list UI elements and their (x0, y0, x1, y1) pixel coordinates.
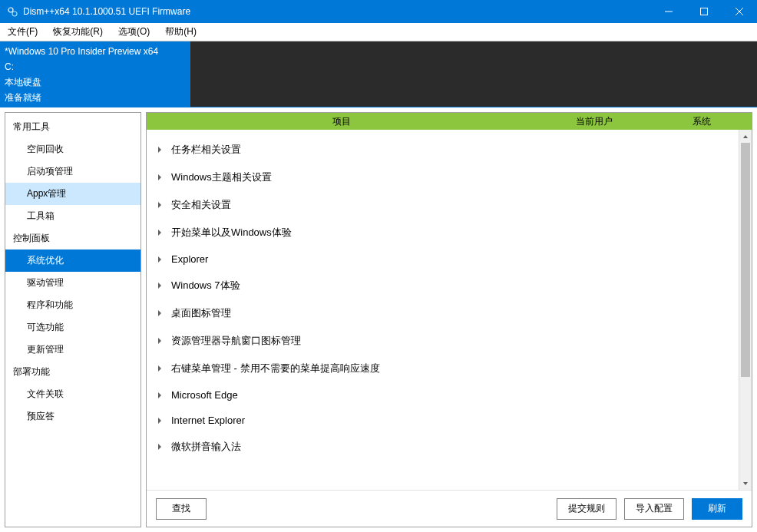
tree-area: 任务栏相关设置Windows主题相关设置安全相关设置开始菜单以及Windows体… (147, 130, 752, 490)
scroll-thumb[interactable] (741, 143, 750, 377)
tree-row[interactable]: 微软拼音输入法 (147, 433, 739, 461)
tree-row[interactable]: Windows主题相关设置 (147, 164, 739, 191)
window-title: Dism++x64 10.1.1000.51 UEFI Firmware (23, 6, 651, 17)
menu-recovery[interactable]: 恢复功能(R) (45, 23, 111, 41)
tree-row[interactable]: 开始菜单以及Windows体验 (147, 219, 739, 246)
menubar: 文件(F) 恢复功能(R) 选项(O) 帮助(H) (0, 23, 757, 41)
main-panel: 项目 当前用户 系统 任务栏相关设置Windows主题相关设置安全相关设置开始菜… (146, 112, 752, 527)
menu-options[interactable]: 选项(O) (111, 23, 157, 41)
tree-row[interactable]: 资源管理器导航窗口图标管理 (147, 327, 739, 355)
svg-rect-3 (701, 8, 708, 15)
tree-row[interactable]: Microsoft Edge (147, 382, 739, 408)
tree-row-label: 桌面图标管理 (171, 306, 231, 320)
sidebar-header-common-tools[interactable]: 常用工具 (5, 116, 140, 138)
expand-caret-icon[interactable] (156, 365, 164, 372)
svg-marker-10 (158, 256, 161, 263)
sidebar-header-control-panel[interactable]: 控制面板 (5, 227, 140, 249)
expand-caret-icon[interactable] (156, 417, 164, 425)
tree-row-label: 开始菜单以及Windows体验 (171, 226, 292, 240)
expand-caret-icon[interactable] (156, 173, 164, 181)
svg-marker-6 (158, 147, 161, 153)
expand-caret-icon[interactable] (156, 256, 164, 263)
refresh-button[interactable]: 刷新 (692, 498, 742, 520)
svg-marker-15 (158, 392, 161, 398)
sidebar-item-programs-features[interactable]: 程序和功能 (5, 294, 140, 316)
expand-caret-icon[interactable] (156, 337, 164, 345)
sidebar-header-deployment[interactable]: 部署功能 (5, 361, 140, 383)
svg-marker-13 (158, 338, 161, 344)
sidebar: 常用工具 空间回收 启动项管理 Appx管理 工具箱 控制面板 系统优化 驱动管… (5, 112, 141, 527)
sidebar-item-toolbox[interactable]: 工具箱 (5, 205, 140, 227)
svg-marker-18 (743, 135, 748, 138)
sidebar-item-startup-mgmt[interactable]: 启动项管理 (5, 160, 140, 183)
tree-row-label: 资源管理器导航窗口图标管理 (171, 334, 301, 348)
bottom-bar: 查找 提交规则 导入配置 刷新 (147, 490, 752, 527)
tree-row[interactable]: Explorer (147, 246, 739, 272)
menu-file[interactable]: 文件(F) (0, 23, 45, 41)
column-system[interactable]: 系统 (652, 115, 752, 128)
svg-point-1 (12, 12, 17, 16)
svg-marker-8 (158, 202, 161, 208)
tree-row-label: Windows 7体验 (171, 279, 240, 292)
tree-row-label: 任务栏相关设置 (171, 143, 241, 157)
expand-caret-icon[interactable] (156, 201, 164, 209)
workspace: 常用工具 空间回收 启动项管理 Appx管理 工具箱 控制面板 系统优化 驱动管… (0, 107, 757, 532)
scroll-up-arrow-icon[interactable] (739, 130, 752, 143)
sidebar-item-optional-features[interactable]: 可选功能 (5, 316, 140, 339)
column-header: 项目 当前用户 系统 (147, 113, 752, 130)
os-name: *Windows 10 Pro Insider Preview x64 (5, 45, 186, 58)
expand-caret-icon[interactable] (156, 146, 164, 154)
sidebar-item-preanswer[interactable]: 预应答 (5, 405, 140, 428)
system-info-panel[interactable]: *Windows 10 Pro Insider Preview x64 C: 本… (0, 41, 190, 107)
status-text: 准备就绪 (5, 91, 186, 104)
tree-row-label: 右键菜单管理 - 禁用不需要的菜单提高响应速度 (171, 362, 380, 375)
svg-point-0 (8, 8, 13, 12)
disk-type: 本地硬盘 (5, 75, 186, 89)
svg-marker-19 (743, 482, 748, 485)
tree-row[interactable]: 任务栏相关设置 (147, 136, 739, 164)
column-item[interactable]: 项目 (147, 115, 537, 128)
info-canvas (190, 41, 757, 107)
scroll-down-arrow-icon[interactable] (739, 477, 752, 490)
column-current-user[interactable]: 当前用户 (537, 115, 652, 128)
expand-caret-icon[interactable] (156, 443, 164, 451)
tree-row-label: 微软拼音输入法 (171, 440, 241, 454)
drive-letter: C: (5, 60, 186, 74)
svg-marker-12 (158, 310, 161, 316)
expand-caret-icon[interactable] (156, 229, 164, 236)
submit-rule-button[interactable]: 提交规则 (557, 498, 617, 520)
svg-marker-9 (158, 230, 161, 236)
tree-row[interactable]: 右键菜单管理 - 禁用不需要的菜单提高响应速度 (147, 355, 739, 382)
svg-marker-16 (158, 418, 161, 424)
svg-marker-11 (158, 283, 161, 289)
info-strip: *Windows 10 Pro Insider Preview x64 C: 本… (0, 41, 757, 107)
tree-row-label: Windows主题相关设置 (171, 170, 272, 184)
find-button[interactable]: 查找 (156, 498, 207, 520)
maximize-button[interactable] (686, 0, 722, 23)
svg-marker-7 (158, 174, 161, 180)
vertical-scrollbar[interactable] (739, 130, 752, 490)
expand-caret-icon[interactable] (156, 309, 164, 317)
tree-row-label: 安全相关设置 (171, 198, 231, 212)
close-button[interactable] (722, 0, 757, 23)
import-config-button[interactable]: 导入配置 (624, 498, 684, 520)
tree-row[interactable]: 安全相关设置 (147, 191, 739, 219)
sidebar-item-update-mgmt[interactable]: 更新管理 (5, 339, 140, 361)
tree-row-label: Microsoft Edge (171, 389, 238, 401)
tree-row[interactable]: Windows 7体验 (147, 272, 739, 299)
sidebar-item-file-assoc[interactable]: 文件关联 (5, 383, 140, 405)
scroll-track[interactable] (739, 143, 752, 477)
svg-marker-17 (158, 444, 161, 450)
expand-caret-icon[interactable] (156, 282, 164, 289)
expand-caret-icon[interactable] (156, 392, 164, 399)
menu-help[interactable]: 帮助(H) (157, 23, 204, 41)
minimize-button[interactable] (651, 0, 686, 23)
sidebar-item-space-recovery[interactable]: 空间回收 (5, 138, 140, 160)
sidebar-item-driver-mgmt[interactable]: 驱动管理 (5, 272, 140, 294)
tree-row-label: Internet Explorer (171, 415, 245, 426)
svg-marker-14 (158, 365, 161, 372)
sidebar-item-appx-mgmt[interactable]: Appx管理 (5, 183, 140, 205)
sidebar-item-system-optimize[interactable]: 系统优化 (5, 249, 140, 272)
tree-row[interactable]: Internet Explorer (147, 408, 739, 433)
tree-row[interactable]: 桌面图标管理 (147, 299, 739, 327)
